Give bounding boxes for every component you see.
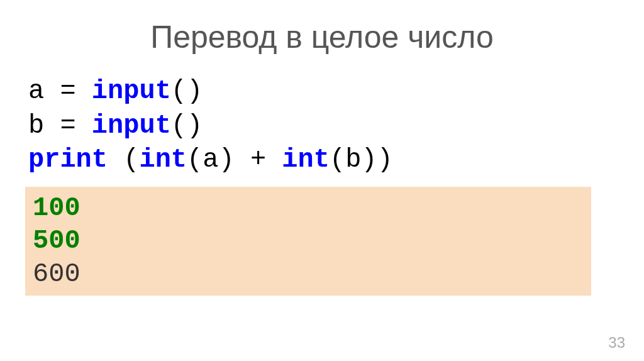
- output-block: 100 500 600: [25, 187, 591, 296]
- code-block: a = input() b = input() print (int(a) + …: [25, 74, 619, 177]
- code-parens-1: (): [171, 76, 203, 106]
- code-parens-2: (): [171, 111, 203, 141]
- code-int-2: int: [282, 145, 330, 175]
- output-line-2: 500: [33, 225, 584, 258]
- code-line-3: print (int(a) + int(b)): [28, 143, 619, 177]
- code-line-1: a = input(): [28, 74, 619, 109]
- code-line-2: b = input(): [28, 109, 619, 143]
- slide-title: Перевод в целое число: [25, 19, 619, 55]
- output-line-3: 600: [33, 258, 584, 291]
- code-input-2: input: [92, 111, 171, 141]
- code-var-a: a =: [28, 76, 92, 106]
- code-input-1: input: [92, 76, 171, 106]
- code-print: print: [28, 145, 108, 175]
- page-number: 33: [608, 334, 625, 352]
- output-line-1: 100: [33, 192, 584, 225]
- code-arg-2: (b)): [330, 145, 393, 175]
- code-int-1: int: [139, 145, 187, 175]
- code-space-open: (: [108, 145, 139, 175]
- code-var-b: b =: [28, 111, 92, 141]
- code-arg-1: (a) +: [187, 145, 282, 175]
